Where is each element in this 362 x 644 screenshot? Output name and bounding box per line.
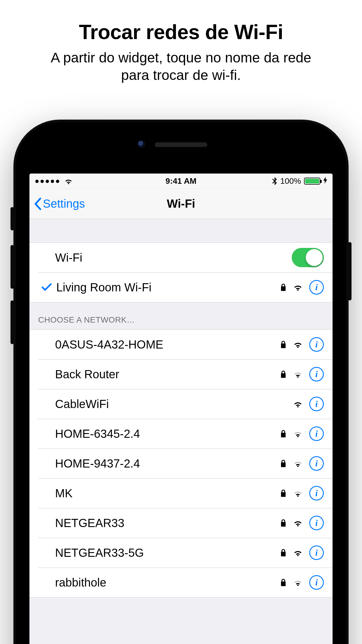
wifi-signal-icon [293, 400, 303, 408]
info-button[interactable]: i [309, 456, 324, 471]
info-button[interactable]: i [309, 280, 324, 295]
nav-title: Wi-Fi [167, 197, 195, 210]
phone-volume-up [10, 245, 14, 289]
back-label: Settings [43, 197, 85, 210]
wifi-signal-icon [293, 341, 303, 348]
group-spacer [29, 219, 333, 242]
choose-network-header: CHOOSE A NETWORK… [29, 302, 333, 329]
info-button[interactable]: i [309, 486, 324, 501]
lock-icon [280, 370, 287, 379]
lock-icon [280, 519, 287, 527]
network-name: NETGEAR33 [38, 517, 280, 530]
wifi-signal-icon [293, 370, 303, 378]
network-name: rabbithole [38, 576, 280, 589]
lock-icon [280, 578, 287, 587]
wifi-toggle-row[interactable]: Wi-Fi [29, 243, 333, 272]
info-button[interactable]: i [309, 426, 324, 441]
phone-volume-down [10, 300, 14, 344]
nav-bar: Settings Wi-Fi [29, 189, 333, 219]
network-row[interactable]: HOME-6345-2.4i [29, 419, 333, 449]
status-time: 9:41 AM [166, 176, 196, 186]
network-name: HOME-9437-2.4 [38, 457, 280, 470]
network-name: 0ASUS-4A32-HOME [38, 338, 280, 351]
checkmark-icon [38, 283, 55, 292]
lock-icon [280, 459, 287, 468]
network-row[interactable]: NETGEAR33i [29, 508, 333, 538]
wifi-toggle-switch[interactable] [292, 248, 324, 267]
network-row[interactable]: Back Routeri [29, 359, 333, 389]
battery-percent: 100% [280, 176, 301, 186]
bluetooth-icon [272, 177, 277, 185]
phone-front-camera [137, 140, 145, 148]
network-row[interactable]: HOME-9437-2.4i [29, 449, 333, 478]
lock-icon [280, 489, 287, 498]
phone-screen: ●●●●● 9:41 AM 100% [29, 174, 333, 644]
wifi-signal-icon [293, 284, 303, 291]
wifi-signal-icon [293, 460, 303, 467]
wifi-signal-icon [293, 489, 303, 497]
back-button[interactable]: Settings [34, 197, 85, 210]
network-name: HOME-6345-2.4 [38, 427, 280, 440]
charging-icon [323, 177, 327, 186]
lock-icon [280, 429, 287, 438]
wifi-signal-icon [293, 430, 303, 438]
connected-network-row[interactable]: Living Room Wi-Fi i [29, 272, 333, 302]
phone-speaker [155, 142, 207, 147]
network-row[interactable]: MKi [29, 478, 333, 508]
status-bar: ●●●●● 9:41 AM 100% [29, 174, 333, 189]
network-name: CableWiFi [38, 398, 293, 411]
info-button[interactable]: i [309, 337, 324, 352]
info-button[interactable]: i [309, 397, 324, 411]
connected-network-name: Living Room Wi-Fi [55, 281, 280, 294]
network-name: Back Router [38, 368, 280, 381]
lock-icon [280, 340, 287, 349]
available-networks-group: 0ASUS-4A32-HOMEiBack RouteriCableWiFiiHO… [29, 329, 333, 598]
chevron-left-icon [34, 197, 42, 210]
wifi-toggle-label: Wi-Fi [38, 251, 292, 264]
lock-icon [280, 283, 287, 292]
info-button[interactable]: i [309, 575, 324, 590]
wifi-signal-icon [293, 579, 303, 586]
info-button[interactable]: i [309, 516, 324, 530]
wifi-signal-icon [293, 519, 303, 527]
network-row[interactable]: NETGEAR33-5Gi [29, 538, 333, 568]
network-name: NETGEAR33-5G [38, 546, 280, 559]
info-button[interactable]: i [309, 545, 324, 560]
settings-scroll[interactable]: Wi-Fi Living Room Wi-Fi [29, 219, 333, 644]
signal-dots-icon: ●●●●● [35, 176, 61, 186]
wifi-status-icon [64, 178, 73, 185]
wifi-signal-icon [293, 549, 303, 556]
lock-icon [280, 548, 287, 557]
network-row[interactable]: CableWiFii [29, 389, 333, 419]
info-button[interactable]: i [309, 367, 324, 382]
network-row[interactable]: 0ASUS-4A32-HOMEi [29, 330, 333, 359]
phone-mute-switch [10, 207, 14, 230]
battery-icon [304, 178, 320, 185]
network-row[interactable]: rabbitholei [29, 568, 333, 597]
network-name: MK [38, 487, 280, 500]
phone-power-button [348, 242, 352, 300]
wifi-main-group: Wi-Fi Living Room Wi-Fi [29, 242, 333, 302]
promo-subtitle: A partir do widget, toque no nome da red… [0, 49, 362, 84]
promo-title: Trocar redes de Wi-Fi [0, 20, 362, 44]
phone-frame: ●●●●● 9:41 AM 100% [13, 120, 349, 644]
